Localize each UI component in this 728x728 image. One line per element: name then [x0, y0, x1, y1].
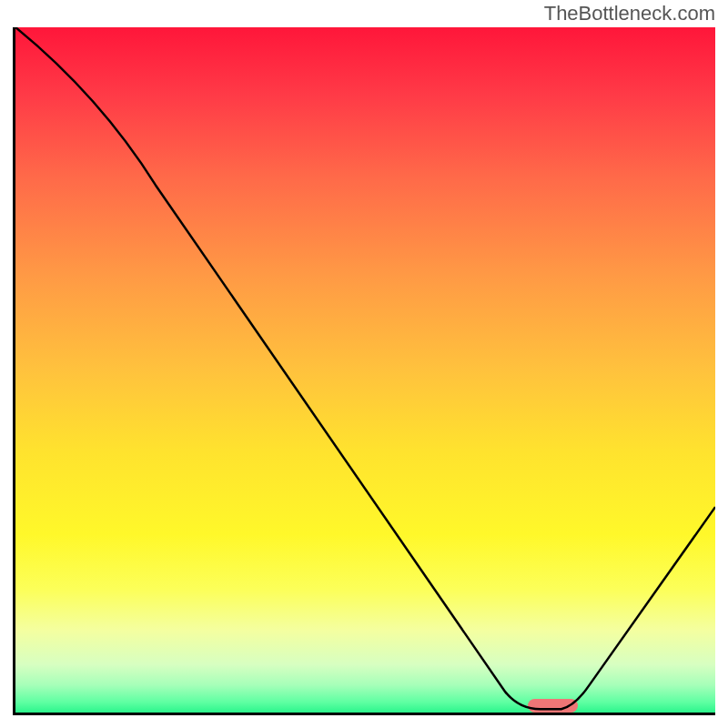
chart-plot-area	[13, 27, 715, 715]
bottleneck-curve	[15, 27, 715, 713]
watermark-text: TheBottleneck.com	[544, 2, 715, 25]
